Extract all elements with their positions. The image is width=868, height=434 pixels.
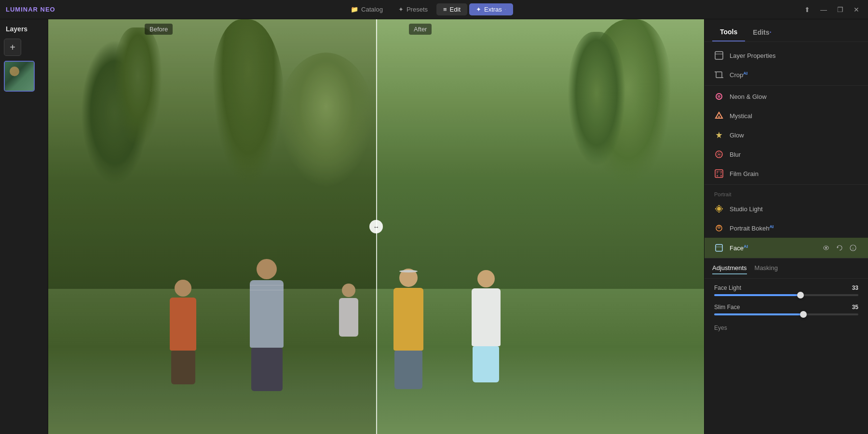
edits-label: Edits [753,28,769,36]
svg-point-28 [719,227,720,228]
svg-point-6 [718,95,720,98]
tool-film-grain[interactable]: Film Grain [705,164,868,183]
layer-thumb-preview [5,62,34,91]
canvas-area[interactable]: Before After [48,19,704,434]
svg-marker-33 [837,246,839,248]
svg-rect-0 [715,52,723,59]
maximize-button[interactable]: ❐ [834,4,846,15]
portrait-bokeh-icon [714,223,724,233]
svg-point-20 [717,207,721,211]
tool-neon-glow[interactable]: Neon & Glow [705,87,868,106]
face-visibility-button[interactable] [821,243,831,253]
tab-tools[interactable]: Tools [712,24,745,41]
svg-rect-18 [717,175,718,176]
titlebar: LUMINAR NEO 📁 Catalog ✦ Presets ≡ Edit ✦… [0,0,868,19]
person-mom [389,269,428,384]
edits-dot: · [770,28,772,36]
tab-edits[interactable]: Edits· [745,24,779,41]
crop-label: CropAI [730,71,858,79]
tool-layer-properties[interactable]: Layer Properties [705,46,868,65]
minimize-button[interactable]: — [818,4,829,15]
layers-panel: Layers + [0,19,48,434]
film-grain-icon [714,169,724,178]
eyes-label: Eyes [714,325,727,331]
tree-5 [278,53,374,188]
presets-button[interactable]: ✦ Presets [392,3,434,15]
share-button[interactable]: ⬆ [801,4,813,15]
slim-face-thumb[interactable] [800,311,807,318]
separator-2 [705,184,868,185]
face-label: FaceAI [730,244,815,252]
catalog-button[interactable]: 📁 Catalog [344,3,390,15]
svg-rect-16 [717,173,718,174]
face-light-thumb[interactable] [797,292,804,298]
eyes-section: Eyes [714,323,858,332]
window-controls: ⬆ — ❐ ✕ [801,4,862,15]
face-light-track[interactable] [714,294,858,296]
extras-button[interactable]: ✦ Extras · [469,3,513,15]
edit-label: Edit [450,6,461,13]
baby-body [339,298,358,337]
portrait-section-label: Portrait [705,186,868,199]
app-logo: LUMINAR NEO [6,6,55,13]
glow-label: Glow [730,132,858,139]
tool-face[interactable]: FaceAI [705,238,868,258]
face-reset-button[interactable] [834,243,845,253]
tool-blur[interactable]: Blur [705,145,868,164]
face-masking-tab[interactable]: Masking [755,262,778,274]
svg-rect-17 [720,173,721,174]
extras-label: Extras [484,6,502,13]
split-handle[interactable]: ↔ [369,220,383,233]
slim-face-value: 35 [852,304,858,311]
svg-point-11 [719,154,720,155]
dad-shirt [250,280,284,348]
shirt-stripe-2 [250,290,284,290]
plus-icon: + [10,42,15,53]
close-button[interactable]: ✕ [851,4,862,15]
slim-face-fill [714,313,803,315]
face-info-button[interactable]: i [848,243,858,253]
slim-face-slider-row: Slim Face 35 [714,304,858,315]
sliders-area: Face Light 33 Slim Face 35 [705,279,868,338]
blur-icon [714,149,724,159]
dad-head [257,259,277,279]
svg-point-32 [825,247,827,249]
tool-glow[interactable]: Glow [705,125,868,145]
face-adjustments-tab[interactable]: Adjustments [712,262,747,274]
tree-4 [568,32,625,167]
tree-6 [212,19,285,188]
separator-1 [705,85,868,86]
add-layer-button[interactable]: + [4,39,21,56]
face-light-label: Face Light [714,285,741,291]
presets-icon: ✦ [398,6,404,13]
tool-portrait-bokeh[interactable]: Portrait BokehAI [705,218,868,238]
tool-studio-light[interactable]: Studio Light [705,199,868,218]
titlebar-nav: 📁 Catalog ✦ Presets ≡ Edit ✦ Extras · [344,3,513,15]
svg-rect-29 [716,244,722,251]
tree-2 [114,27,162,148]
layer-thumbnail[interactable] [4,61,35,92]
slim-face-header: Slim Face 35 [714,304,858,311]
mystical-label: Mystical [730,112,858,120]
person-baby [337,284,361,351]
tool-crop[interactable]: CropAI [705,65,868,84]
person-boy [166,280,200,376]
face-light-slider-row: Face Light 33 [714,285,858,296]
person-dad [245,259,288,384]
tool-mystical[interactable]: Mystical [705,106,868,125]
extras-dot: · [505,7,506,12]
glow-icon [714,130,724,140]
face-tabs: Adjustments Masking [705,258,868,279]
layers-icon [714,51,724,60]
panel-tabs: Tools Edits· [705,19,868,42]
neon-glow-label: Neon & Glow [730,93,858,100]
edit-button[interactable]: ≡ Edit [436,3,467,15]
mom-headband [399,270,418,272]
presets-label: Presets [407,6,428,13]
mom-head [399,269,418,287]
layer-properties-label: Layer Properties [730,52,858,59]
slim-face-track[interactable] [714,313,858,315]
boy-pants [171,351,195,384]
svg-point-8 [718,116,720,118]
right-panel: Tools Edits· Layer Properties [704,19,868,434]
